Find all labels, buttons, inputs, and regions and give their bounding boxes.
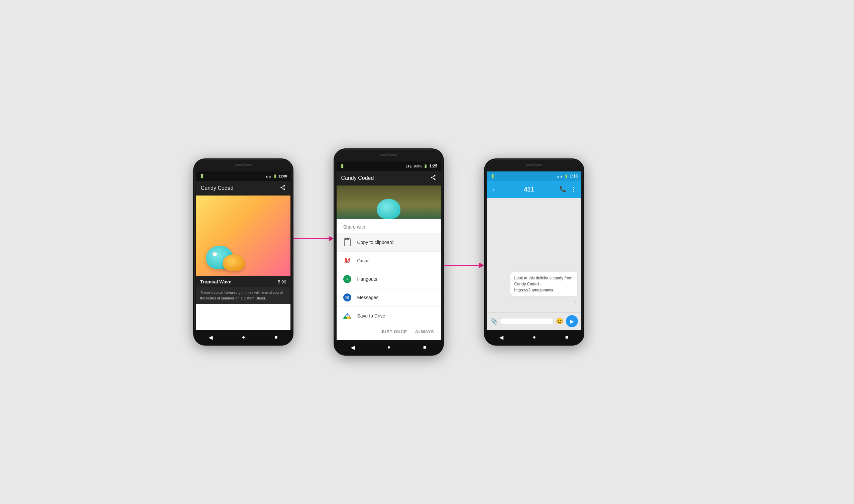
orange-candy-character bbox=[223, 254, 245, 271]
emoji-icon[interactable]: 😊 bbox=[556, 318, 563, 325]
message-text: Look at this delicious candy from Candy … bbox=[514, 276, 573, 292]
phone-3-call-icon[interactable]: 📞 bbox=[560, 186, 566, 193]
phone-2-battery-icon: 🔋 bbox=[423, 164, 428, 168]
phone-3-battery-icon-left: 🔋 bbox=[490, 174, 495, 179]
svg-line-8 bbox=[432, 178, 434, 179]
phone-3-more-icon[interactable]: ⋮ bbox=[570, 186, 576, 193]
message-input[interactable] bbox=[501, 319, 553, 324]
phone-2-screen: 🔋 LTE 100% 🔋 1:25 Candy Coded bbox=[337, 161, 441, 340]
clipboard-icon bbox=[343, 238, 352, 247]
phone-1: 🔋 ▲▲ 🔋 11:00 Candy Coded bbox=[193, 158, 293, 346]
hangouts-label: Hangouts bbox=[357, 276, 377, 282]
phone-3-back-button[interactable]: ◀ bbox=[499, 334, 503, 341]
arrow-1-line bbox=[293, 238, 329, 239]
svg-line-3 bbox=[282, 188, 284, 189]
phone-3-back-icon[interactable]: ← bbox=[492, 186, 498, 194]
recents-button[interactable]: ■ bbox=[274, 334, 278, 340]
phone-2-battery-icon-left: 🔋 bbox=[340, 164, 345, 168]
phone-3-status-bar: 🔋 ▲▲ 🔋 1:13 bbox=[487, 172, 581, 181]
arrow-1 bbox=[293, 229, 333, 249]
drive-label: Save to Drive bbox=[357, 313, 385, 319]
share-item-drive[interactable]: Save to Drive bbox=[337, 307, 441, 325]
phone-1-screen: 🔋 ▲▲ 🔋 11:00 Candy Coded bbox=[196, 172, 290, 330]
camera-dot bbox=[242, 163, 245, 166]
phone-3-battery: 🔋 bbox=[564, 175, 568, 178]
share-item-gmail[interactable]: M Gmail bbox=[337, 252, 441, 270]
phone-2-app-bar: Candy Coded bbox=[337, 171, 441, 185]
phone-2-time: 1:25 bbox=[429, 164, 437, 168]
always-button[interactable]: ALWAYS bbox=[415, 329, 434, 334]
phone-3-screen: 🔋 ▲▲ 🔋 1:13 ← 411 📞 ⋮ bbox=[487, 172, 581, 330]
svg-marker-16 bbox=[345, 313, 349, 316]
share-item-hangouts[interactable]: + Hangouts bbox=[337, 270, 441, 288]
phone-2-lte: LTE bbox=[406, 164, 412, 168]
svg-line-4 bbox=[282, 186, 284, 187]
phone-1-nav-bar: ◀ ● ■ bbox=[194, 330, 292, 345]
phone-3-nav-bar: ◀ ● ■ bbox=[485, 330, 583, 345]
message-bubble: Look at this delicious candy from Candy … bbox=[510, 272, 577, 296]
share-bottom-bar: JUST ONCE ALWAYS bbox=[337, 325, 441, 338]
share-sheet: Share with Copy to clipboard M Gmail bbox=[337, 219, 441, 338]
phone-2-camera-dot bbox=[387, 153, 390, 156]
phone-2-candy-partial bbox=[377, 199, 400, 219]
phone-1-app-bar: Candy Coded bbox=[196, 181, 290, 196]
just-once-button[interactable]: JUST ONCE bbox=[381, 329, 407, 334]
svg-line-9 bbox=[432, 176, 434, 177]
messages-icon: ✉ bbox=[343, 293, 352, 302]
send-button[interactable]: ▶ bbox=[566, 315, 578, 327]
home-button[interactable]: ● bbox=[242, 334, 246, 340]
product-price: 5.99 bbox=[278, 280, 286, 284]
phone-1-status-bar: 🔋 ▲▲ 🔋 11:00 bbox=[196, 172, 290, 181]
phone-1-app-title: Candy Coded bbox=[201, 185, 234, 191]
hangouts-icon: + bbox=[343, 274, 352, 284]
svg-point-7 bbox=[434, 179, 436, 180]
phone-3-recents-button[interactable]: ■ bbox=[565, 334, 568, 340]
back-button[interactable]: ◀ bbox=[208, 334, 213, 341]
phone-3-camera-dot bbox=[532, 163, 536, 166]
drive-icon bbox=[343, 311, 352, 321]
phone-2-product-image bbox=[337, 185, 441, 219]
svg-point-5 bbox=[434, 175, 436, 177]
phone-2-status-bar: 🔋 LTE 100% 🔋 1:25 bbox=[337, 161, 441, 171]
phone-3-time: 1:13 bbox=[569, 174, 578, 179]
phone-1-share-icon[interactable] bbox=[280, 184, 286, 192]
phone-2-home-button[interactable]: ● bbox=[387, 344, 391, 350]
phone-1-product-image bbox=[196, 196, 290, 276]
phone-1-product-info: Tropical Wave 5.99 bbox=[196, 276, 290, 287]
phone-2-back-button[interactable]: ◀ bbox=[351, 344, 355, 350]
product-description: These tropical-flavored gummies will rem… bbox=[200, 290, 283, 300]
share-item-clipboard[interactable]: Copy to clipboard bbox=[337, 233, 441, 252]
arrow-2-head bbox=[479, 263, 484, 268]
message-count: 3 bbox=[487, 299, 581, 303]
phone-1-status-icons: ▲▲ 🔋 11:00 bbox=[265, 175, 287, 178]
phone-2-nav-bar: ◀ ● ■ bbox=[334, 340, 443, 355]
phone-2-app-title: Candy Coded bbox=[341, 175, 374, 181]
share-item-messages[interactable]: ✉ Messages bbox=[337, 288, 441, 307]
phone-1-product-desc: These tropical-flavored gummies will rem… bbox=[196, 287, 290, 304]
phone-2-share-icon[interactable] bbox=[430, 175, 436, 182]
clipboard-label: Copy to clipboard bbox=[357, 240, 394, 245]
scene: 🔋 ▲▲ 🔋 11:00 Candy Coded bbox=[193, 148, 661, 356]
phone-2-recents-button[interactable]: ■ bbox=[423, 344, 426, 350]
phone-3-contact-name: 411 bbox=[524, 186, 534, 193]
svg-point-0 bbox=[284, 185, 285, 186]
message-input-bar: 📎 😊 ▶ bbox=[487, 312, 581, 330]
phone-1-signal: ▲▲ bbox=[265, 175, 272, 178]
messages-icon-circle: ✉ bbox=[343, 293, 351, 302]
phone-3-bar-icons: 📞 ⋮ bbox=[560, 186, 576, 193]
share-sheet-header: Share with bbox=[337, 219, 441, 233]
clipboard-icon-shape bbox=[344, 238, 351, 246]
svg-point-1 bbox=[280, 186, 282, 188]
arrow-1-head bbox=[329, 236, 333, 241]
phone-1-battery: 🔋 bbox=[273, 175, 277, 178]
phone-3-app-bar: ← 411 📞 ⋮ bbox=[487, 181, 581, 198]
phone-1-time: 11:00 bbox=[278, 175, 287, 178]
phone-2: 🔋 LTE 100% 🔋 1:25 Candy Coded bbox=[333, 148, 444, 356]
attach-icon[interactable]: 📎 bbox=[490, 318, 498, 325]
product-name: Tropical Wave bbox=[200, 279, 232, 284]
phone-2-battery-pct: 100% bbox=[414, 164, 422, 168]
gmail-label: Gmail bbox=[357, 258, 370, 263]
svg-point-6 bbox=[431, 177, 433, 178]
messages-label: Messages bbox=[357, 295, 379, 300]
phone-3-home-button[interactable]: ● bbox=[533, 334, 536, 340]
